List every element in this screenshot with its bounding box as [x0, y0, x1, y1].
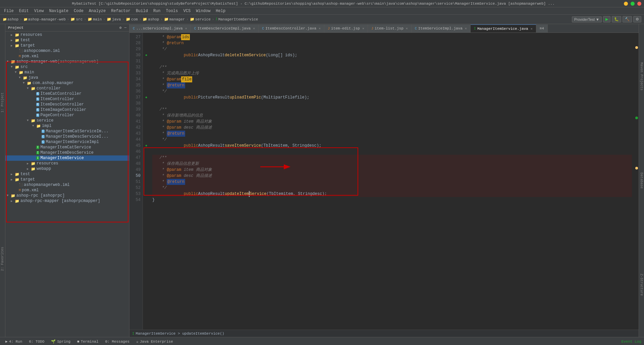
code-area[interactable]: 27 28 29 30 31 32 33 34 35 36 37 38 39 4… — [129, 33, 639, 330]
favorites-panel-label[interactable]: 2: Favorites — [0, 181, 5, 337]
nav-src[interactable]: 📁 src — [70, 17, 83, 21]
tree-itemcatcontroller[interactable]: C ItemCatController — [5, 91, 129, 96]
project-panel-label[interactable]: 1: Project — [0, 24, 5, 181]
tree-ashop-rpc[interactable]: ▼ 📁 ashop-rpc [ashoprpc] — [5, 193, 129, 198]
tab-close-icon[interactable]: ✕ — [406, 26, 408, 30]
tree-resources[interactable]: ▶ 📁 resources — [5, 32, 129, 38]
minimize-button[interactable] — [624, 2, 628, 6]
tree-impl[interactable]: ▼ 📁 impl — [5, 123, 129, 129]
project-tree: ▶ 📁 resources ▶ 📁 test ▶ 📁 target ⬛ asho… — [5, 31, 129, 337]
tree-com-ashop-manager[interactable]: ▼ 📁 com.ashop.manager — [5, 80, 129, 86]
event-log-button[interactable]: Event Log — [622, 340, 641, 344]
tree-resources2[interactable]: ▶ 📁 resources — [5, 161, 129, 166]
panel-gear[interactable]: ⚙ — [119, 25, 122, 30]
jee-tab[interactable]: ☕ Java Enterprise — [133, 339, 176, 344]
tab-close-icon[interactable]: ✕ — [531, 27, 533, 31]
tree-target2[interactable]: ▶ 📁 target — [5, 177, 129, 182]
tree-service[interactable]: ▼ 📁 service — [5, 118, 129, 123]
tab-close-icon[interactable]: ✕ — [362, 26, 364, 30]
editor: C ...scServiceImpl.java ✕ C ItemDescServ… — [129, 24, 639, 337]
maximize-button[interactable] — [631, 2, 635, 6]
settings-button[interactable]: ⚙ — [633, 16, 641, 22]
code-line-46 — [152, 149, 632, 155]
tree-ashop-manager-web[interactable]: ▼ 📁 ashop-manager-web [ashopmanagerweb] — [5, 59, 129, 64]
run-config-selector[interactable]: ProviderTest ▼ — [572, 16, 602, 22]
tab-item-list[interactable]: J item-list.jsp ✕ — [368, 24, 412, 32]
menu-file[interactable]: File — [1, 8, 16, 14]
tab-itemdesccontroller[interactable]: C ItemDescController.java ✕ — [259, 24, 324, 32]
tree-manageritemserviceimpl[interactable]: C ManagerItemServiceImpl — [5, 139, 129, 145]
nav-ashop[interactable]: 📁 ashop — [3, 17, 18, 21]
tab-close-icon[interactable]: ✕ — [185, 26, 187, 30]
close-button[interactable] — [637, 2, 641, 6]
tree-ashop-rpc-mapper[interactable]: ▶ 📁 ashop-rpc-mapper [ashoprpcmapper] — [5, 198, 129, 204]
zstructure-label[interactable]: Z-Structure — [639, 233, 644, 337]
tab-item-edit[interactable]: J item-edit.jsp ✕ — [324, 24, 368, 32]
tree-ashopmanagerweb-iml[interactable]: ⬛ ashopmanagerweb.iml — [5, 182, 129, 188]
run-button[interactable]: ▶ — [603, 16, 610, 22]
menu-run[interactable]: Run — [151, 8, 163, 14]
right-gutter[interactable] — [635, 33, 639, 330]
tree-main[interactable]: ▼ 📁 main — [5, 70, 129, 75]
tab-close-icon[interactable]: ✕ — [465, 26, 467, 30]
tab-close-icon[interactable]: ✕ — [253, 26, 255, 30]
menu-view[interactable]: View — [32, 8, 47, 14]
nav-java[interactable]: 📁 java — [107, 17, 121, 21]
code-content[interactable]: * @param ids * @return */ public AshopRe… — [150, 33, 635, 330]
tree-src[interactable]: ▼ 📁 src — [5, 64, 129, 70]
todo-tab[interactable]: 6: TODO — [26, 339, 47, 344]
tree-manageritemservice[interactable]: I ManagerItemService — [5, 155, 129, 161]
tab-itemserviceimpl[interactable]: C ItemServiceImpl.java ✕ — [412, 24, 471, 32]
tab-manageritemservice[interactable]: I ManagerItemService.java ✕ — [471, 24, 536, 32]
tree-test2[interactable]: ▶ 📁 test — [5, 171, 129, 177]
nav-service[interactable]: 📁 service — [190, 17, 211, 21]
tree-controller[interactable]: ▼ 📁 controller — [5, 86, 129, 91]
tree-java[interactable]: ▼ 📁 java — [5, 75, 129, 80]
tree-webapp[interactable]: ▶ 📁 webapp — [5, 166, 129, 171]
spring-tab[interactable]: 🌱 Spring — [48, 339, 73, 344]
menu-tools[interactable]: Tools — [163, 8, 181, 14]
debug-button[interactable]: 🐛 — [612, 16, 621, 22]
nav-com[interactable]: 📁 com — [126, 17, 138, 21]
tree-target[interactable]: ▶ 📁 target — [5, 43, 129, 48]
menu-edit[interactable]: Edit — [16, 8, 32, 14]
tree-pom-xml2[interactable]: M pom.xml — [5, 188, 129, 193]
maven-projects-label[interactable]: Maven Projects — [639, 24, 644, 128]
tree-manageritemcatserviceimpl[interactable]: C ManagerItemCatServiceIm... — [5, 129, 129, 134]
tree-pom-xml[interactable]: M pom.xml — [5, 54, 129, 59]
run-tab[interactable]: ▶ 4: Run — [3, 339, 25, 344]
menu-help[interactable]: Help — [213, 8, 228, 14]
nav-manager[interactable]: 📁 manager — [164, 17, 185, 21]
tab-itemdescserviceimpl[interactable]: C ItemDescServiceImpl.java ✕ — [191, 24, 259, 32]
menu-refactor[interactable]: Refactor — [108, 8, 133, 14]
terminal-tab[interactable]: ■ Terminal — [74, 339, 101, 344]
tree-itemimagecontroller[interactable]: C ItemImageController — [5, 107, 129, 113]
panel-close[interactable]: ─ — [124, 26, 126, 30]
code-line-29: */ — [152, 46, 632, 52]
tree-pagecontroller[interactable]: C PageController — [5, 113, 129, 118]
menu-navigate[interactable]: Navigate — [46, 8, 71, 14]
menu-build[interactable]: Build — [133, 8, 151, 14]
messages-tab[interactable]: 0: Messages — [102, 339, 132, 344]
tree-manageritemdescservice[interactable]: I ManagerItemDescService — [5, 150, 129, 155]
database-label[interactable]: Database — [639, 128, 644, 232]
tab-close-icon[interactable]: ✕ — [319, 26, 321, 30]
tree-manageritemcatservice[interactable]: I ManagerItemCatService — [5, 145, 129, 150]
breadcrumb-class[interactable]: ManagerItemService > updateItemService() — [136, 332, 224, 336]
build-button[interactable]: 🔨 — [623, 16, 632, 22]
tree-itemcontroller[interactable]: C ItemController — [5, 96, 129, 102]
tab-desc-service-impl[interactable]: C ...scServiceImpl.java ✕ — [129, 24, 191, 32]
menu-analyze[interactable]: Analyze — [86, 8, 108, 14]
tree-test[interactable]: ▶ 📁 test — [5, 38, 129, 43]
nav-manageritemservice[interactable]: I ManagerItemService — [216, 17, 258, 21]
menu-window[interactable]: Window — [193, 8, 213, 14]
tree-manageritemdescserviceimpl[interactable]: C ManagerItemDescServiceI... — [5, 134, 129, 139]
nav-main[interactable]: 📁 main — [88, 17, 102, 21]
tree-itemdesccontroller[interactable]: C ItemDescController — [5, 102, 129, 107]
menu-code[interactable]: Code — [71, 8, 86, 14]
tree-ashopcommon-iml[interactable]: ⬛ ashopcommon.iml — [5, 48, 129, 54]
nav-ashop-manager-web[interactable]: 📁 ashop-manager-web — [23, 17, 66, 21]
tab-num[interactable]: ≡4 — [536, 24, 548, 32]
nav-ashop2[interactable]: 📁 ashop — [143, 17, 159, 21]
menu-vcs[interactable]: VCS — [181, 8, 194, 14]
